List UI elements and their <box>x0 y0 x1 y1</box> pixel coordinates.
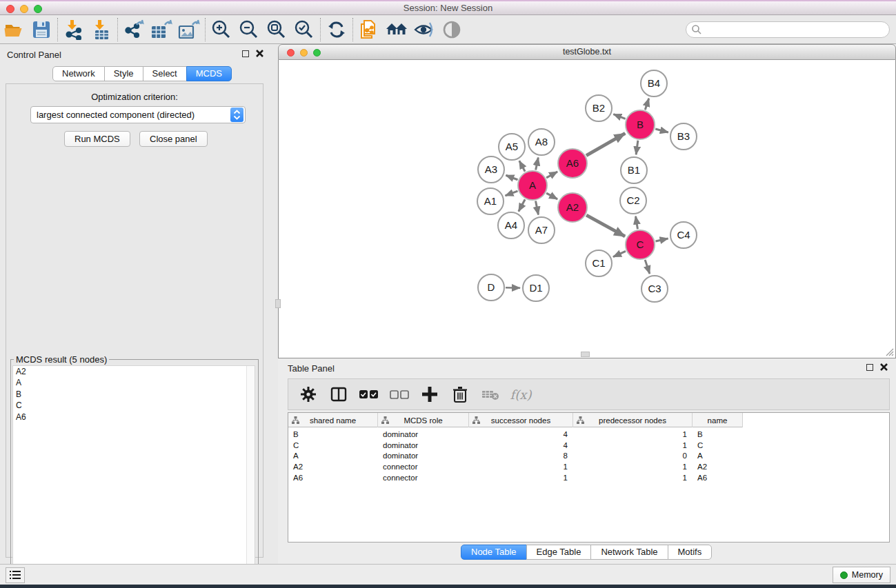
graph-edge-A-A3[interactable] <box>506 175 517 180</box>
graph-edge-B-B1[interactable] <box>636 141 638 154</box>
delete-column-button[interactable] <box>448 383 472 406</box>
result-scrollbar[interactable] <box>246 366 255 587</box>
splitter-handle[interactable] <box>581 352 590 357</box>
result-item[interactable]: A2 <box>13 366 255 378</box>
tab-node-table[interactable]: Node Table <box>461 545 527 560</box>
show-columns-button[interactable] <box>327 383 350 406</box>
show-graphics-details-button[interactable] <box>438 17 466 42</box>
tab-edge-table[interactable]: Edge Table <box>526 545 592 560</box>
table-cell[interactable]: A2 <box>693 463 743 471</box>
network-minimize-icon[interactable] <box>300 49 308 57</box>
graph-edge-A-A2[interactable] <box>546 193 557 199</box>
graph-edge-A-A4[interactable] <box>519 199 525 211</box>
zoom-in-button[interactable] <box>208 17 235 42</box>
graph-edge-C-C1[interactable] <box>613 251 626 256</box>
table-cell[interactable]: 1 <box>573 474 693 482</box>
graph-edge-A-A7[interactable] <box>536 201 539 215</box>
graph-edge-B-B2[interactable] <box>613 114 625 119</box>
graph-edge-A-A6[interactable] <box>546 172 557 178</box>
table-row[interactable]: A6connector11A6 <box>288 472 889 483</box>
table-cell[interactable]: A6 <box>288 474 378 482</box>
graph-edge-A6-B[interactable] <box>586 133 625 155</box>
table-cell[interactable]: 1 <box>573 430 693 438</box>
table-cell[interactable]: B <box>288 430 378 438</box>
table-row[interactable]: Adominator80A <box>288 451 889 462</box>
float-panel-icon[interactable] <box>242 50 249 57</box>
tab-motifs[interactable]: Motifs <box>668 545 713 560</box>
import-network-button[interactable] <box>60 17 88 42</box>
table-row[interactable]: Bdominator41B <box>288 429 889 440</box>
column-header-name[interactable]: name <box>693 413 743 427</box>
table-cell[interactable]: 1 <box>573 441 693 449</box>
tab-style[interactable]: Style <box>104 66 143 81</box>
column-header-predecessor-nodes[interactable]: predecessor nodes <box>573 413 693 427</box>
graph-edge-C-C3[interactable] <box>645 260 650 274</box>
table-cell[interactable]: 1 <box>469 474 573 482</box>
close-panel-icon[interactable] <box>256 50 263 57</box>
table-cell[interactable]: 4 <box>469 430 573 438</box>
graph-edge-A-A1[interactable] <box>506 191 518 196</box>
home-button[interactable] <box>383 17 410 42</box>
result-item[interactable]: A <box>13 378 255 389</box>
create-column-button[interactable] <box>418 383 441 406</box>
table-cell[interactable]: A <box>288 452 378 460</box>
table-cell[interactable]: 8 <box>469 452 573 460</box>
column-header-MCDS-role[interactable]: MCDS role <box>378 413 469 427</box>
optimization-criterion-select[interactable]: largest connected component (directed) <box>30 106 246 123</box>
export-table-button[interactable] <box>148 17 175 42</box>
table-cell[interactable]: 4 <box>469 441 573 449</box>
graph-edge-B-B3[interactable] <box>655 129 668 132</box>
export-network-button[interactable] <box>120 17 148 42</box>
graph-edge-C-C2[interactable] <box>636 216 638 230</box>
zoom-out-button[interactable] <box>235 17 263 42</box>
table-row[interactable]: Cdominator41C <box>288 440 889 451</box>
network-graph[interactable]: B4B2BB3A8A5A6A3B1AC2A1A2A4A7C4CC1C3DD1 <box>279 60 895 357</box>
close-window-icon[interactable] <box>6 5 14 13</box>
graph-edge-A-A5[interactable] <box>519 161 525 171</box>
import-table-button[interactable] <box>88 17 115 42</box>
table-cell[interactable]: B <box>693 430 743 438</box>
result-item[interactable]: C <box>13 401 255 412</box>
table-cell[interactable]: 1 <box>469 463 573 471</box>
deselect-all-button[interactable] <box>388 383 411 406</box>
float-panel-icon[interactable] <box>866 364 873 371</box>
delete-table-button[interactable] <box>479 383 502 406</box>
memory-button[interactable]: Memory <box>833 567 890 583</box>
open-session-button[interactable] <box>0 17 28 42</box>
column-header-successor-nodes[interactable]: successor nodes <box>469 413 573 427</box>
tab-mcds[interactable]: MCDS <box>186 66 232 81</box>
tab-select[interactable]: Select <box>143 66 187 81</box>
table-cell[interactable]: 0 <box>573 452 693 460</box>
table-cell[interactable]: dominator <box>378 452 469 460</box>
node-table[interactable]: shared nameMCDS rolesuccessor nodesprede… <box>288 412 890 543</box>
minimize-window-icon[interactable] <box>20 5 28 13</box>
search-box[interactable] <box>686 21 890 38</box>
refresh-view-button[interactable] <box>323 17 350 42</box>
graph-edge-A-A8[interactable] <box>536 158 539 170</box>
table-options-button[interactable] <box>297 383 320 406</box>
resize-grip-icon[interactable] <box>884 347 894 356</box>
table-cell[interactable]: C <box>693 441 743 449</box>
maximize-window-icon[interactable] <box>34 5 42 13</box>
tab-network-table[interactable]: Network Table <box>590 545 668 560</box>
table-cell[interactable]: A <box>693 452 743 460</box>
zoom-fit-button[interactable] <box>263 17 290 42</box>
network-close-icon[interactable] <box>287 49 295 57</box>
graph-edge-B-B4[interactable] <box>645 99 648 110</box>
column-header-shared-name[interactable]: shared name <box>288 413 378 427</box>
close-panel-icon[interactable] <box>880 363 888 371</box>
save-session-button[interactable] <box>28 17 55 42</box>
splitter-handle[interactable] <box>275 299 281 308</box>
table-cell[interactable]: dominator <box>378 441 469 449</box>
mcds-result-list[interactable]: A2ABCA6 <box>12 365 255 587</box>
zoom-selected-button[interactable] <box>290 17 318 42</box>
network-maximize-icon[interactable] <box>313 49 321 57</box>
table-cell[interactable]: dominator <box>378 430 469 438</box>
function-builder-button[interactable]: f(x) <box>509 383 532 406</box>
table-cell[interactable]: A2 <box>288 463 378 471</box>
result-item[interactable]: B <box>13 389 255 401</box>
run-mcds-button[interactable]: Run MCDS <box>64 131 130 147</box>
search-input[interactable] <box>702 23 889 37</box>
select-all-button[interactable] <box>357 383 381 406</box>
table-cell[interactable]: connector <box>378 463 469 471</box>
